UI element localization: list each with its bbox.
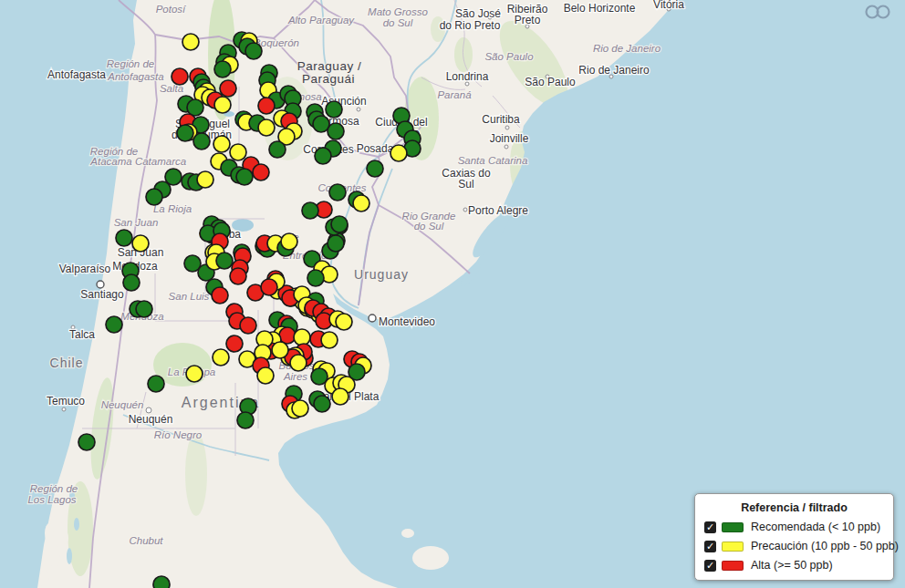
map-marker-green[interactable] xyxy=(78,434,95,450)
map-label: Belo Horizonte xyxy=(564,2,636,15)
map-marker-green[interactable] xyxy=(216,253,233,269)
map-marker-yellow[interactable] xyxy=(292,400,308,417)
map-label: Antofagasta xyxy=(47,68,106,81)
map-label: Santa Catarina xyxy=(458,155,528,166)
map-marker-yellow[interactable] xyxy=(294,329,310,346)
map-label: Joinville xyxy=(490,132,529,145)
map-marker-green[interactable] xyxy=(315,148,331,164)
map-label: Preto xyxy=(515,14,541,26)
map-marker-green[interactable] xyxy=(326,101,342,118)
map-marker-yellow[interactable] xyxy=(132,235,149,252)
map-marker-yellow[interactable] xyxy=(272,342,288,358)
map-marker-green[interactable] xyxy=(123,274,140,291)
legend-swatch-0 xyxy=(722,522,744,532)
map-marker-yellow[interactable] xyxy=(257,367,274,384)
map-marker-green[interactable] xyxy=(331,216,348,232)
town-dot xyxy=(505,145,508,149)
legend-checkbox-2[interactable]: ✓ xyxy=(704,560,716,572)
map-marker-green[interactable] xyxy=(148,376,164,392)
map-label: Temuco xyxy=(47,395,85,407)
map-marker-green[interactable] xyxy=(106,316,122,333)
map-marker-green[interactable] xyxy=(367,160,383,177)
map-marker-green[interactable] xyxy=(236,169,253,185)
legend-checkbox-0[interactable]: ✓ xyxy=(704,521,716,533)
map-marker-yellow[interactable] xyxy=(321,332,338,348)
map-marker-red[interactable] xyxy=(226,335,243,352)
map-marker-green[interactable] xyxy=(328,235,344,252)
map-marker-yellow[interactable] xyxy=(214,97,231,113)
town-dot xyxy=(505,126,509,129)
map-marker-green[interactable] xyxy=(237,412,254,428)
map-marker-yellow[interactable] xyxy=(353,195,369,211)
map-label: Región de xyxy=(107,58,154,69)
map-marker-green[interactable] xyxy=(329,184,346,201)
map-label: Atacama xyxy=(89,156,131,167)
map-marker-yellow[interactable] xyxy=(332,388,348,405)
legend-title: Referencia / filtrado xyxy=(704,501,884,514)
map-marker-yellow[interactable] xyxy=(186,366,203,382)
map-marker-yellow[interactable] xyxy=(197,171,213,188)
map-label: Alto Paraguay xyxy=(287,15,355,26)
map-marker-red[interactable] xyxy=(220,80,236,97)
legend-item-0: ✓Recomendada (< 10 ppb) xyxy=(704,521,884,533)
map-marker-green[interactable] xyxy=(214,61,231,77)
map-marker-yellow[interactable] xyxy=(258,119,275,136)
map-label: Montevideo xyxy=(379,315,435,328)
map-marker-yellow[interactable] xyxy=(182,34,199,50)
legend-label-0: Recomendada (< 10 ppb) xyxy=(751,521,880,533)
map-marker-green[interactable] xyxy=(177,125,193,141)
map-marker-green[interactable] xyxy=(307,270,324,286)
map-marker-red[interactable] xyxy=(212,287,228,304)
map-marker-yellow[interactable] xyxy=(290,355,307,371)
map-label: Paraná xyxy=(437,89,472,100)
map-marker-red[interactable] xyxy=(230,268,246,284)
map-marker-green[interactable] xyxy=(302,202,318,219)
map-marker-yellow[interactable] xyxy=(213,136,230,152)
map-label: Uruguay xyxy=(354,267,409,282)
map-label: Porto Alegre xyxy=(468,204,528,217)
map-marker-yellow[interactable] xyxy=(281,233,297,250)
legend-swatch-1 xyxy=(722,542,744,552)
map-label: Rio de Janeiro xyxy=(593,43,661,54)
legend-checkbox-1[interactable]: ✓ xyxy=(704,541,716,552)
map-marker-yellow[interactable] xyxy=(213,349,229,366)
map-marker-green[interactable] xyxy=(328,123,344,139)
map-marker-green[interactable] xyxy=(146,189,162,205)
map-marker-red[interactable] xyxy=(240,317,256,334)
legend-item-1: ✓Precaución (10 ppb - 50 ppb) xyxy=(704,540,884,552)
map-marker-green[interactable] xyxy=(269,141,286,158)
map-label: Sul xyxy=(458,178,473,191)
town-dot xyxy=(463,208,467,211)
map-marker-red[interactable] xyxy=(261,279,277,295)
legend-rows: ✓Recomendada (< 10 ppb)✓Precaución (10 p… xyxy=(704,521,884,572)
map-label: Los Lagos xyxy=(27,494,76,505)
map-marker-yellow[interactable] xyxy=(230,144,246,160)
map-label: Antofagasta xyxy=(107,71,163,82)
town-dot xyxy=(62,407,66,411)
map-marker-red[interactable] xyxy=(253,164,269,181)
map-marker-green[interactable] xyxy=(193,133,210,150)
map-marker-yellow[interactable] xyxy=(390,145,407,161)
map-label: Vitória xyxy=(653,0,684,11)
map-label: Rio de Janeiro xyxy=(578,64,650,77)
map-marker-yellow[interactable] xyxy=(336,314,352,330)
legend-item-2: ✓Alta (>= 50 ppb) xyxy=(704,559,884,572)
legend-label-2: Alta (>= 50 ppb) xyxy=(751,559,833,572)
map-marker-green[interactable] xyxy=(153,576,170,588)
map-marker-red[interactable] xyxy=(172,68,188,85)
map-marker-green[interactable] xyxy=(245,43,262,59)
map-label: Santiago xyxy=(80,288,124,301)
map-label: Paraguay / xyxy=(297,59,361,73)
map-label: Chubut xyxy=(129,535,163,546)
map-label: do Rio Preto xyxy=(440,19,501,32)
map-label: Curitiba xyxy=(482,113,520,126)
map-marker-green[interactable] xyxy=(314,396,330,412)
map-marker-green[interactable] xyxy=(116,230,132,246)
legend-label-1: Precaución (10 ppb - 50 ppb) xyxy=(751,540,899,552)
map-app: PotosíAlto ParaguayMato Grossodo SulBoqu… xyxy=(0,0,905,588)
map-label: Mato Grosso xyxy=(368,6,428,17)
map-marker-green[interactable] xyxy=(136,301,152,317)
legend-panel: Referencia / filtrado ✓Recomendada (< 10… xyxy=(694,493,894,581)
legend-swatch-2 xyxy=(722,561,744,571)
map-marker-red[interactable] xyxy=(258,98,275,114)
